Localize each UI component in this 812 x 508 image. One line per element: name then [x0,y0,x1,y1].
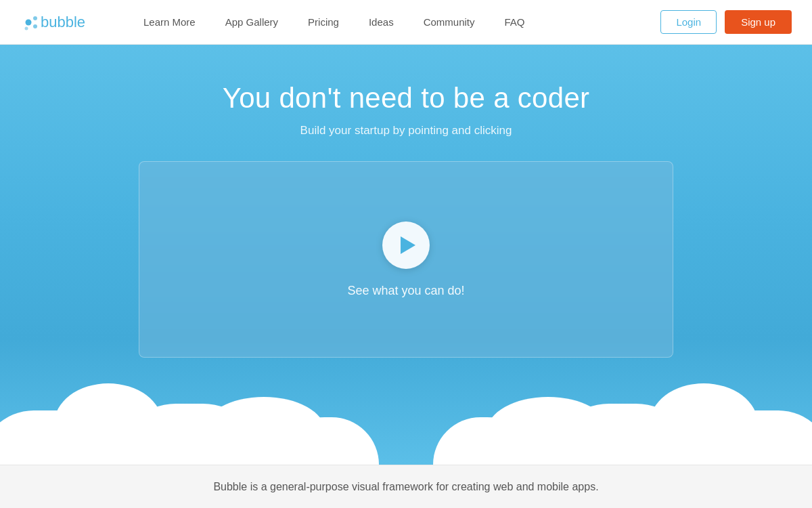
signup-button[interactable]: Sign up [725,10,792,34]
footer-tagline: Bubble is a general-purpose visual frame… [213,481,598,493]
svg-point-3 [25,26,28,30]
nav-app-gallery[interactable]: App Gallery [210,16,293,28]
footer-strip: Bubble is a general-purpose visual frame… [0,465,812,508]
svg-text:bubble: bubble [41,14,85,30]
nav-learn-more[interactable]: Learn More [129,16,210,28]
video-box[interactable]: See what you can do! [139,161,673,358]
navbar: bubble Learn More App Gallery Pricing Id… [0,0,812,45]
nav-actions: Login Sign up [660,10,792,34]
login-button[interactable]: Login [660,10,717,34]
hero-title: You don't need to be a coder [223,82,590,114]
svg-point-1 [33,16,37,20]
play-icon [401,236,415,254]
play-button[interactable] [382,221,430,269]
clouds-decoration [0,329,812,465]
site-logo[interactable]: bubble [20,9,102,36]
nav-links: Learn More App Gallery Pricing Ideas Com… [129,16,660,28]
nav-community[interactable]: Community [409,16,490,28]
nav-faq[interactable]: FAQ [490,16,540,28]
nav-ideas[interactable]: Ideas [354,16,409,28]
hero-subtitle: Build your startup by pointing and click… [300,124,512,137]
svg-point-2 [33,24,37,28]
svg-point-0 [26,19,32,25]
hero-section: You don't need to be a coder Build your … [0,45,812,465]
nav-pricing[interactable]: Pricing [293,16,354,28]
video-label: See what you can do! [347,284,464,298]
